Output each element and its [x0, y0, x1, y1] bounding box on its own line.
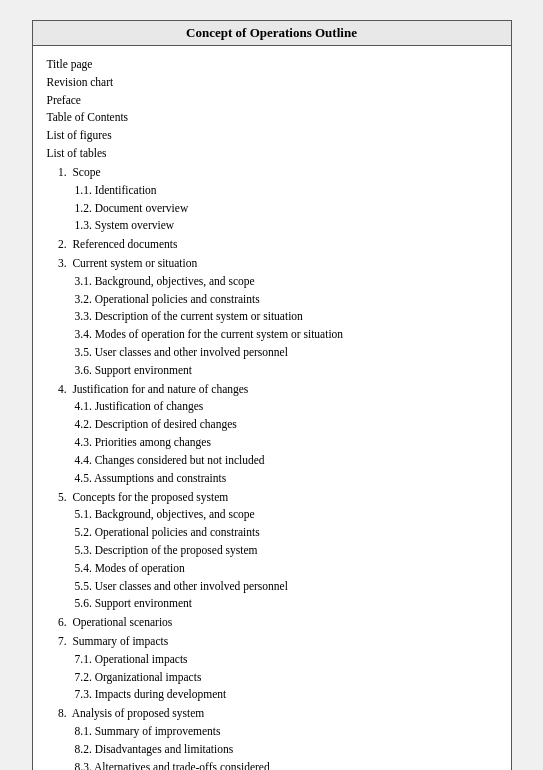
- document-box: Concept of Operations Outline Title page…: [32, 20, 512, 770]
- subsection-list: 3.1. Background, objectives, and scope3.…: [47, 273, 497, 380]
- subsection-item: 5.6. Support environment: [47, 595, 497, 613]
- subsection-label: 4.2. Description of desired changes: [75, 416, 497, 434]
- subsection-label: 7.3. Impacts during development: [75, 686, 497, 704]
- document-content: Title pageRevision chartPrefaceTable of …: [33, 46, 511, 770]
- subsection-list: 1.1. Identification1.2. Document overvie…: [47, 182, 497, 235]
- subsection-list: 5.1. Background, objectives, and scope5.…: [47, 506, 497, 613]
- subsection-item: 1.3. System overview: [47, 217, 497, 235]
- subsection-label: 1.3. System overview: [75, 217, 497, 235]
- subsection-item: 5.4. Modes of operation: [47, 560, 497, 578]
- subsection-list: 8.1. Summary of improvements8.2. Disadva…: [47, 723, 497, 770]
- subsection-item: 4.4. Changes considered but not included: [47, 452, 497, 470]
- subsection-label: 5.6. Support environment: [75, 595, 497, 613]
- subsection-label: 3.4. Modes of operation for the current …: [75, 326, 497, 344]
- subsection-item: 7.1. Operational impacts: [47, 651, 497, 669]
- subsection-item: 3.1. Background, objectives, and scope: [47, 273, 497, 291]
- subsection-label: 1.1. Identification: [75, 182, 497, 200]
- front-matter-item: Table of Contents: [47, 109, 497, 127]
- section-label: 4. Justification for and nature of chang…: [47, 381, 497, 399]
- subsection-item: 3.5. User classes and other involved per…: [47, 344, 497, 362]
- front-matter-item: List of tables: [47, 145, 497, 163]
- front-matter-item: Revision chart: [47, 74, 497, 92]
- section-item: 3. Current system or situation3.1. Backg…: [47, 255, 497, 380]
- subsection-item: 3.4. Modes of operation for the current …: [47, 326, 497, 344]
- subsection-label: 5.3. Description of the proposed system: [75, 542, 497, 560]
- subsection-label: 3.5. User classes and other involved per…: [75, 344, 497, 362]
- subsection-item: 1.2. Document overview: [47, 200, 497, 218]
- subsection-label: 8.1. Summary of improvements: [75, 723, 497, 741]
- subsection-list: 7.1. Operational impacts7.2. Organizatio…: [47, 651, 497, 704]
- subsection-item: 4.3. Priorities among changes: [47, 434, 497, 452]
- subsection-item: 1.1. Identification: [47, 182, 497, 200]
- subsection-item: 4.5. Assumptions and constraints: [47, 470, 497, 488]
- subsection-label: 3.1. Background, objectives, and scope: [75, 273, 497, 291]
- front-matter: Title pageRevision chartPrefaceTable of …: [47, 56, 497, 163]
- front-matter-item: List of figures: [47, 127, 497, 145]
- subsection-label: 5.4. Modes of operation: [75, 560, 497, 578]
- section-label: 5. Concepts for the proposed system: [47, 489, 497, 507]
- section-label: 7. Summary of impacts: [47, 633, 497, 651]
- section-item: 1. Scope1.1. Identification1.2. Document…: [47, 164, 497, 235]
- section-item: 4. Justification for and nature of chang…: [47, 381, 497, 488]
- subsection-item: 5.1. Background, objectives, and scope: [47, 506, 497, 524]
- subsection-item: 7.3. Impacts during development: [47, 686, 497, 704]
- subsection-label: 3.2. Operational policies and constraint…: [75, 291, 497, 309]
- subsection-label: 4.1. Justification of changes: [75, 398, 497, 416]
- section-item: 2. Referenced documents: [47, 236, 497, 254]
- section-label: 6. Operational scenarios: [47, 614, 497, 632]
- subsection-label: 8.2. Disadvantages and limitations: [75, 741, 497, 759]
- subsection-item: 8.1. Summary of improvements: [47, 723, 497, 741]
- subsection-list: 4.1. Justification of changes4.2. Descri…: [47, 398, 497, 487]
- section-label: 8. Analysis of proposed system: [47, 705, 497, 723]
- subsection-item: 4.1. Justification of changes: [47, 398, 497, 416]
- subsection-item: 7.2. Organizational impacts: [47, 669, 497, 687]
- subsection-label: 4.5. Assumptions and constraints: [75, 470, 497, 488]
- section-item: 6. Operational scenarios: [47, 614, 497, 632]
- subsection-item: 3.2. Operational policies and constraint…: [47, 291, 497, 309]
- front-matter-item: Title page: [47, 56, 497, 74]
- subsection-label: 1.2. Document overview: [75, 200, 497, 218]
- document-header: Concept of Operations Outline: [33, 21, 511, 46]
- subsection-label: 4.3. Priorities among changes: [75, 434, 497, 452]
- section-item: 5. Concepts for the proposed system5.1. …: [47, 489, 497, 614]
- subsection-item: 4.2. Description of desired changes: [47, 416, 497, 434]
- subsection-label: 5.2. Operational policies and constraint…: [75, 524, 497, 542]
- section-label: 3. Current system or situation: [47, 255, 497, 273]
- subsection-item: 8.3. Alternatives and trade-offs conside…: [47, 759, 497, 770]
- subsection-item: 5.5. User classes and other involved per…: [47, 578, 497, 596]
- front-matter-item: Preface: [47, 92, 497, 110]
- subsection-item: 3.3. Description of the current system o…: [47, 308, 497, 326]
- subsection-item: 8.2. Disadvantages and limitations: [47, 741, 497, 759]
- subsection-label: 5.5. User classes and other involved per…: [75, 578, 497, 596]
- section-label: 1. Scope: [47, 164, 497, 182]
- subsection-item: 3.6. Support environment: [47, 362, 497, 380]
- outline-list: 1. Scope1.1. Identification1.2. Document…: [47, 164, 497, 770]
- subsection-label: 4.4. Changes considered but not included: [75, 452, 497, 470]
- section-label: 2. Referenced documents: [47, 236, 497, 254]
- subsection-label: 7.2. Organizational impacts: [75, 669, 497, 687]
- subsection-label: 7.1. Operational impacts: [75, 651, 497, 669]
- subsection-label: 3.3. Description of the current system o…: [75, 308, 497, 326]
- subsection-label: 8.3. Alternatives and trade-offs conside…: [75, 759, 497, 770]
- subsection-label: 5.1. Background, objectives, and scope: [75, 506, 497, 524]
- section-item: 8. Analysis of proposed system8.1. Summa…: [47, 705, 497, 770]
- section-item: 7. Summary of impacts7.1. Operational im…: [47, 633, 497, 704]
- subsection-item: 5.2. Operational policies and constraint…: [47, 524, 497, 542]
- subsection-item: 5.3. Description of the proposed system: [47, 542, 497, 560]
- subsection-label: 3.6. Support environment: [75, 362, 497, 380]
